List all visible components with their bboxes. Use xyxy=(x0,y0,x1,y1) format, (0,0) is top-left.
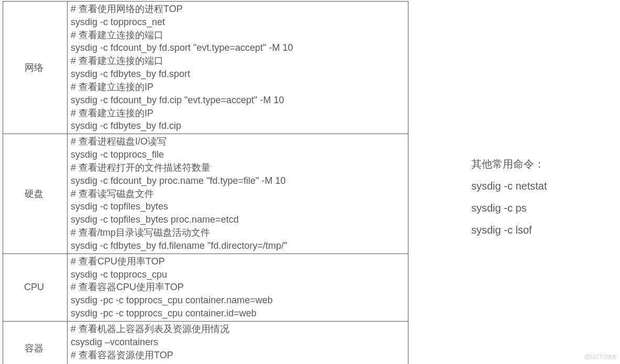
command-line: sysdig -c topcontainers_cpu/topcontainer… xyxy=(71,361,403,364)
command-line: sysdig -c fdbytes_by fd.cip xyxy=(71,119,403,133)
sidebar-command: sysdig -c netstat xyxy=(471,175,547,197)
row-content: # 查看使用网络的进程TOPsysdig -c topprocs_net# 查看… xyxy=(68,2,408,134)
sidebar-command: sysdig -c ps xyxy=(471,197,547,219)
row-label: CPU xyxy=(3,253,68,321)
command-line: # 查看容器资源使用TOP xyxy=(71,349,403,362)
table-row: 硬盘# 查看进程磁盘I/O读写sysdig -c topprocs_file# … xyxy=(3,134,408,253)
command-line: # 查看/tmp目录读写磁盘活动文件 xyxy=(71,226,403,239)
command-line: # 查看读写磁盘文件 xyxy=(71,187,403,201)
command-line: # 查看CPU使用率TOP xyxy=(71,255,403,268)
command-line: # 查看建立连接的端口 xyxy=(71,54,403,68)
command-line: sysdig -c topprocs_net xyxy=(71,16,403,29)
row-label: 网络 xyxy=(3,2,68,134)
command-line: sysdig -c topfiles_bytes xyxy=(71,200,403,213)
table-row: 网络# 查看使用网络的进程TOPsysdig -c topprocs_net# … xyxy=(3,2,408,134)
sysdig-commands-table: 网络# 查看使用网络的进程TOPsysdig -c topprocs_net# … xyxy=(3,1,408,364)
watermark: @51CTO博客 xyxy=(584,354,617,361)
command-line: sysdig -c topprocs_cpu xyxy=(71,268,403,281)
row-content: # 查看进程磁盘I/O读写sysdig -c topprocs_file# 查看… xyxy=(68,134,408,253)
command-line: # 查看机器上容器列表及资源使用情况 xyxy=(71,323,403,336)
sidebar-title: 其他常用命令： xyxy=(471,153,547,175)
table-row: CPU# 查看CPU使用率TOPsysdig -c topprocs_cpu# … xyxy=(3,253,408,321)
command-line: sysdig -c fdcount_by fd.sport "evt.type=… xyxy=(71,41,403,54)
command-line: # 查看进程打开的文件描述符数量 xyxy=(71,161,403,174)
command-line: # 查看容器CPU使用率TOP xyxy=(71,281,403,294)
command-line: # 查看进程磁盘I/O读写 xyxy=(71,135,403,148)
command-line: # 查看使用网络的进程TOP xyxy=(71,3,403,16)
row-label: 容器 xyxy=(3,321,68,364)
command-line: sysdig -c topfiles_bytes proc.name=etcd xyxy=(71,213,403,226)
command-line: sysdig -c fdcount_by fd.cip "evt.type=ac… xyxy=(71,94,403,107)
command-line: # 查看建立连接的IP xyxy=(71,81,403,94)
row-label: 硬盘 xyxy=(3,134,68,253)
table-row: 容器# 查看机器上容器列表及资源使用情况csysdig –vcontainers… xyxy=(3,321,408,364)
command-line: # 查看建立连接的端口 xyxy=(71,29,403,42)
sidebar-command: sysdig -c lsof xyxy=(471,219,547,241)
command-line: sysdig -pc -c topprocs_cpu container.id=… xyxy=(71,307,403,320)
command-line: sysdig -pc -c topprocs_cpu container.nam… xyxy=(71,294,403,307)
command-line: sysdig -c topprocs_file xyxy=(71,148,403,161)
command-line: csysdig –vcontainers xyxy=(71,336,403,349)
row-content: # 查看机器上容器列表及资源使用情况csysdig –vcontainers# … xyxy=(68,321,408,364)
command-line: sysdig -c fdbytes_by fd.sport xyxy=(71,68,403,81)
other-commands-sidebar: 其他常用命令： sysdig -c netstatsysdig -c pssys… xyxy=(471,1,547,364)
command-line: sysdig -c fdcount_by proc.name "fd.type=… xyxy=(71,174,403,187)
command-line: sysdig -c fdbytes_by fd.filename "fd.dir… xyxy=(71,239,403,252)
row-content: # 查看CPU使用率TOPsysdig -c topprocs_cpu# 查看容… xyxy=(68,253,408,321)
command-line: # 查看建立连接的IP xyxy=(71,107,403,120)
